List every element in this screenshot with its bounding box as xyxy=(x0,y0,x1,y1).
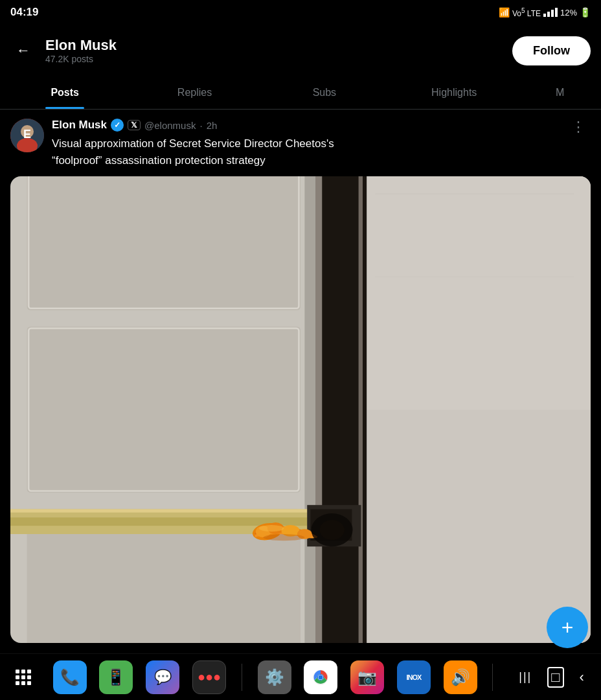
tweet: E Elon Musk ✓ 𝕏 @elonmusk · 2h Visual ap… xyxy=(0,110,601,652)
chrome-app[interactable] xyxy=(304,660,337,694)
status-icons: 📶 Vo5 LTE 12% 🔋 xyxy=(499,7,591,18)
status-time: 04:19 xyxy=(10,6,38,19)
settings-icon: ⚙️ xyxy=(265,668,284,686)
tweet-image-svg xyxy=(10,176,591,643)
tab-media[interactable]: M xyxy=(519,76,601,109)
avatar-image: E xyxy=(10,119,44,152)
grid-icon-button[interactable] xyxy=(6,660,40,694)
follow-button[interactable]: Follow xyxy=(512,36,591,65)
bottom-nav: 📞 📱 💬 ●●● ⚙️ 📷 INOX xyxy=(0,653,601,700)
posts-count: 47.2K posts xyxy=(45,54,117,64)
tweet-more-button[interactable]: ⋮ xyxy=(566,119,591,135)
svg-point-38 xyxy=(319,675,323,679)
phone-green-app[interactable]: 📱 xyxy=(99,660,133,694)
tweet-handle: @elonmusk xyxy=(144,120,196,131)
x-badge: 𝕏 xyxy=(128,120,141,130)
header-left: ← Elon Musk 47.2K posts xyxy=(10,37,117,64)
svg-rect-11 xyxy=(304,176,317,643)
wifi-icon: 📶 xyxy=(499,7,510,18)
avatar: E xyxy=(10,119,44,152)
phone-green-icon: 📱 xyxy=(106,668,126,686)
svg-point-28 xyxy=(259,525,284,531)
back-arrow-icon: ← xyxy=(16,42,30,59)
instagram-icon: 📷 xyxy=(357,668,377,686)
tweet-info: Elon Musk ✓ 𝕏 @elonmusk · 2h Visual appr… xyxy=(52,119,558,169)
tweet-dot: · xyxy=(199,120,202,131)
compose-fab[interactable]: + xyxy=(547,607,588,648)
tweet-time: 2h xyxy=(207,120,218,131)
tweet-author-name: Elon Musk xyxy=(52,119,107,132)
grid-icon xyxy=(16,670,31,685)
chrome-icon xyxy=(310,667,331,688)
svg-text:E: E xyxy=(23,128,31,141)
profile-header: ← Elon Musk 47.2K posts Follow xyxy=(0,25,601,76)
tweetdeck-icon: ●●● xyxy=(198,670,221,684)
avatar-svg: E xyxy=(10,119,44,152)
tab-replies[interactable]: Replies xyxy=(130,76,259,109)
signal-text: Vo5 LTE xyxy=(512,7,541,18)
tweet-name-row: Elon Musk ✓ 𝕏 @elonmusk · 2h xyxy=(52,119,558,132)
tab-subs[interactable]: Subs xyxy=(260,76,389,109)
system-nav: ||| □ ‹ xyxy=(508,667,595,688)
nav-divider2 xyxy=(492,664,493,691)
tweet-text-line1: Visual approximation of Secret Service D… xyxy=(52,137,334,150)
back-system-button[interactable]: ‹ xyxy=(580,669,584,686)
header-title: Elon Musk 47.2K posts xyxy=(45,37,117,64)
instagram-app[interactable]: 📷 xyxy=(350,660,384,694)
bar4 xyxy=(555,8,558,17)
vlc-icon: 🔊 xyxy=(451,668,470,686)
bar1 xyxy=(543,14,546,17)
status-bar: 04:19 📶 Vo5 LTE 12% 🔋 xyxy=(0,0,601,25)
svg-rect-20 xyxy=(10,509,321,513)
tab-highlights[interactable]: Highlights xyxy=(389,76,519,109)
svg-rect-13 xyxy=(315,176,322,643)
svg-point-31 xyxy=(319,520,344,540)
recent-apps-button[interactable]: ||| xyxy=(519,670,532,684)
vlc-app[interactable]: 🔊 xyxy=(444,660,477,694)
tab-bar: Posts Replies Subs Highlights M xyxy=(0,76,601,110)
messenger-app[interactable]: 💬 xyxy=(146,660,179,694)
bar3 xyxy=(551,10,554,17)
phone-app[interactable]: 📞 xyxy=(53,660,87,694)
settings-app[interactable]: ⚙️ xyxy=(258,660,291,694)
tweetdeck-app[interactable]: ●●● xyxy=(192,660,226,694)
signal-bars xyxy=(543,8,558,17)
inox-icon: INOX xyxy=(406,673,421,681)
svg-rect-17 xyxy=(367,410,591,643)
inox-app[interactable]: INOX xyxy=(397,660,431,694)
profile-name: Elon Musk xyxy=(45,37,117,54)
messenger-icon: 💬 xyxy=(154,669,172,686)
phone-icon: 📞 xyxy=(60,668,80,686)
svg-rect-16 xyxy=(367,176,591,410)
svg-rect-14 xyxy=(359,176,363,643)
tweet-text: Visual approximation of Secret Service D… xyxy=(52,135,558,169)
verified-badge: ✓ xyxy=(111,119,124,132)
svg-rect-7 xyxy=(27,327,300,493)
nav-divider xyxy=(242,664,242,691)
svg-rect-6 xyxy=(27,176,300,310)
svg-point-29 xyxy=(263,534,304,541)
tab-posts[interactable]: Posts xyxy=(0,76,130,109)
tweet-header: E Elon Musk ✓ 𝕏 @elonmusk · 2h Visual ap… xyxy=(10,119,591,169)
home-button[interactable]: □ xyxy=(547,667,563,688)
battery-percent: 12% xyxy=(560,8,577,18)
bar2 xyxy=(547,12,550,17)
verified-check-icon: ✓ xyxy=(114,121,120,130)
tweet-text-line2: “foolproof” assassination protection str… xyxy=(52,154,266,167)
compose-icon: + xyxy=(561,616,574,640)
battery-icon: 🔋 xyxy=(580,7,591,18)
tweet-image xyxy=(10,176,591,643)
back-button[interactable]: ← xyxy=(10,38,36,64)
